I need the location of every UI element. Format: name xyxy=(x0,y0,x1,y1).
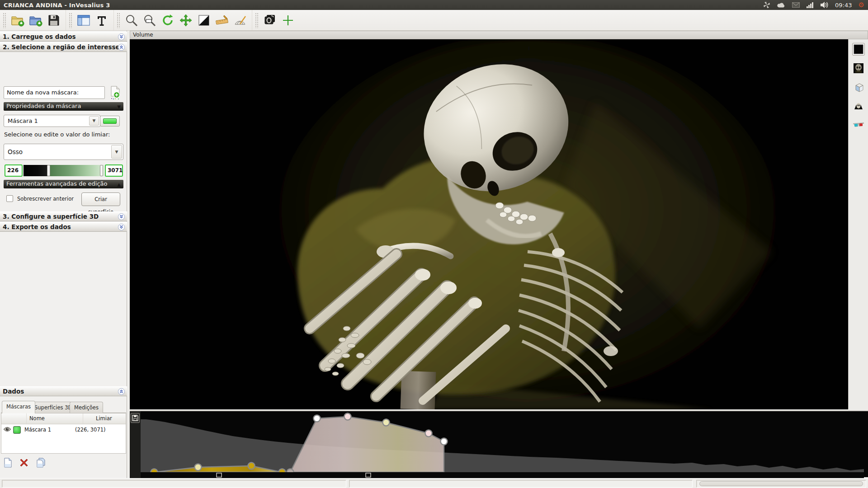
zoom-select-icon[interactable] xyxy=(141,12,159,29)
toolbar-grip[interactable] xyxy=(69,13,72,28)
visibility-eye-icon[interactable] xyxy=(1,427,13,433)
mail-icon[interactable] xyxy=(792,1,800,9)
threshold-gradient-bar[interactable] xyxy=(24,165,104,176)
slice-plane-cube-button[interactable] xyxy=(852,81,865,94)
new-mask-row: Nome da nova máscara: xyxy=(4,85,123,100)
status-left xyxy=(2,480,346,488)
mask-combo-value: Máscara 1 xyxy=(4,117,42,124)
tf-window-marker[interactable] xyxy=(366,473,371,477)
network-signal-icon[interactable] xyxy=(806,1,814,9)
mask-select-row: Máscara 1 ▼ xyxy=(4,115,123,127)
tf-control-point[interactable] xyxy=(383,419,390,426)
stereo-glasses-button[interactable] xyxy=(852,119,865,131)
mask-row-color-swatch[interactable] xyxy=(13,426,21,434)
chevron-up-icon[interactable] xyxy=(118,44,125,53)
masks-table-header: Nome Limiar xyxy=(1,413,126,424)
threshold-max-handle[interactable] xyxy=(100,165,103,176)
save-project-icon[interactable] xyxy=(45,12,63,29)
mask-color-button[interactable] xyxy=(100,116,120,127)
tf-control-point[interactable] xyxy=(195,464,202,471)
mask-properties-header[interactable]: Propriedades da máscara ▼ xyxy=(4,102,123,111)
chevron-down-icon[interactable] xyxy=(118,33,125,43)
measure-distance-icon[interactable] xyxy=(213,12,231,29)
table-row[interactable]: Máscara 1 (226, 3071) xyxy=(1,424,126,435)
session-gear-icon[interactable]: ⚙ xyxy=(859,2,864,9)
task-panel: 1. Carregue os dados 2. Selecione a regi… xyxy=(0,31,127,478)
tf-control-point[interactable] xyxy=(314,415,321,422)
create-surface-button[interactable]: Criar superfície xyxy=(81,192,120,206)
slice-plane-icon[interactable] xyxy=(261,12,279,29)
tf-control-point[interactable] xyxy=(344,413,351,420)
mask-row-threshold: (226, 3071) xyxy=(75,427,106,433)
data-panel-header[interactable]: Dados xyxy=(0,386,127,396)
contrast-icon[interactable] xyxy=(195,12,213,29)
volume-viewport: Volume xyxy=(130,31,868,409)
clock[interactable]: 09:43 xyxy=(835,2,852,9)
new-mask-button[interactable] xyxy=(107,85,123,100)
mask-color-swatch xyxy=(103,118,117,124)
new-mask-name-input[interactable]: Nome da nova máscara: xyxy=(4,86,105,99)
section-select-roi[interactable]: 2. Selecione a região de interesse xyxy=(0,42,127,52)
chevron-down-icon[interactable]: ▼ xyxy=(89,116,99,126)
chevron-down-icon[interactable] xyxy=(118,213,125,223)
toolbar-grip[interactable] xyxy=(3,13,6,28)
volume-icon[interactable] xyxy=(821,1,829,9)
volume-rendering[interactable] xyxy=(130,39,848,409)
background-color-button[interactable] xyxy=(852,43,865,56)
duplicate-icon[interactable] xyxy=(36,458,46,469)
histogram-transfer-function[interactable] xyxy=(141,411,864,478)
delete-icon[interactable] xyxy=(20,459,28,468)
tf-control-point[interactable] xyxy=(425,430,432,437)
tab-masks[interactable]: Máscaras xyxy=(2,401,35,413)
save-preset-button[interactable] xyxy=(131,413,140,423)
data-tabs: Máscaras Superfícies 3D Medições xyxy=(1,400,126,413)
progress-gauge xyxy=(699,481,863,486)
overwrite-label: Sobrescrever anterior xyxy=(17,196,74,202)
pinwheel-icon[interactable] xyxy=(763,1,771,9)
section-export-data[interactable]: 4. Exporte os dados xyxy=(0,222,127,232)
threshold-max-input[interactable]: 3071 xyxy=(105,164,123,177)
name-column-header: Nome xyxy=(27,413,83,424)
triangle-up-icon: ▲ xyxy=(117,181,121,189)
rotate-icon[interactable] xyxy=(159,12,177,29)
section-load-data-label: 1. Carregue os dados xyxy=(3,33,76,40)
threshold-min-handle[interactable] xyxy=(47,165,50,176)
zoom-icon[interactable] xyxy=(123,12,141,29)
annotation-text-icon[interactable] xyxy=(93,12,111,29)
mask-combo[interactable]: Máscara 1 ▼ xyxy=(4,115,100,127)
toolbar-grip[interactable] xyxy=(117,13,120,28)
import-dicom-icon[interactable] xyxy=(9,12,27,29)
section-load-data[interactable]: 1. Carregue os dados xyxy=(0,32,127,42)
toolbar-grip[interactable] xyxy=(255,13,258,28)
pan-icon[interactable] xyxy=(177,12,195,29)
section-select-roi-label: 2. Selecione a região de interesse xyxy=(3,43,120,51)
masks-table: Nome Limiar Máscara 1 (226, 3071) xyxy=(1,413,126,454)
tf-control-point[interactable] xyxy=(248,463,255,469)
tf-control-point[interactable] xyxy=(441,438,448,445)
chevron-down-icon[interactable] xyxy=(118,224,125,233)
tf-window-marker[interactable] xyxy=(217,473,222,477)
viewport-body xyxy=(130,39,868,409)
add-icon[interactable] xyxy=(279,12,297,29)
chevron-down-icon[interactable]: ▼ xyxy=(111,145,122,159)
advanced-tools-header[interactable]: Ferramentas avançadas de edição ▲ xyxy=(4,180,123,188)
cloud-icon[interactable] xyxy=(777,1,785,9)
measure-angle-icon[interactable] xyxy=(231,12,249,29)
layout-icon[interactable] xyxy=(75,12,93,29)
preset-combo[interactable]: Osso ▼ xyxy=(4,144,123,160)
raycasting-preset-button[interactable] xyxy=(852,100,865,113)
preset-combo-value: Osso xyxy=(4,148,26,155)
advanced-tools-label: Ferramentas avançadas de edição xyxy=(6,180,107,187)
volume-preset-skull-button[interactable] xyxy=(852,62,865,75)
threshold-min-input[interactable]: 226 xyxy=(5,164,23,177)
tab-measurements[interactable]: Medições xyxy=(70,402,103,413)
overwrite-row: Sobrescrever anterior Criar superfície xyxy=(5,192,123,208)
window-title: CRIANCA ANDINA - InVesalius 3 xyxy=(4,2,110,9)
tf-region[interactable] xyxy=(290,417,444,472)
section-configure-surface[interactable]: 3. Configure a superfície 3D xyxy=(0,211,127,221)
open-project-icon[interactable] xyxy=(27,12,45,29)
overwrite-checkbox[interactable] xyxy=(6,195,13,202)
new-item-icon[interactable] xyxy=(4,458,12,469)
chevron-up-icon[interactable] xyxy=(118,388,125,398)
threshold-label: Selecione ou edite o valor do limiar: xyxy=(4,131,110,138)
